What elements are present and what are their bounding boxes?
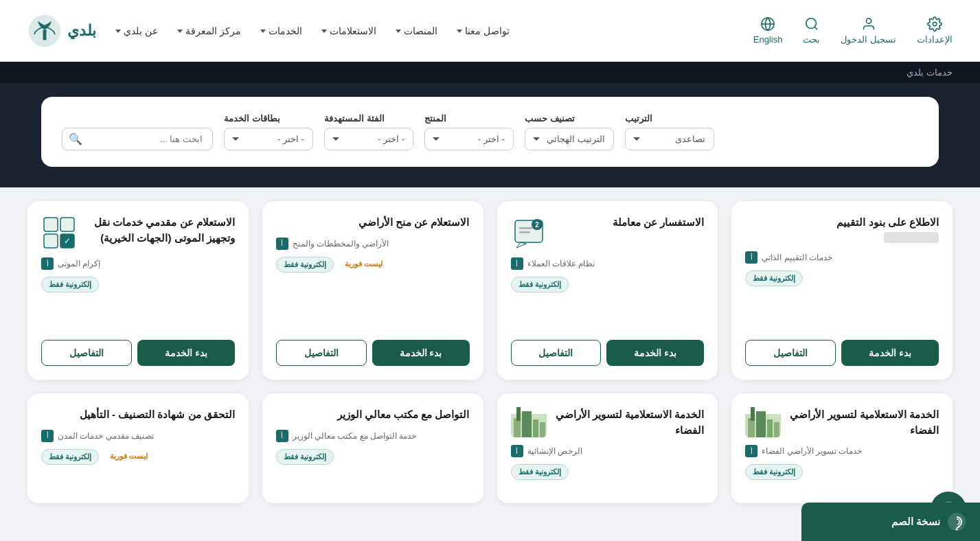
card2-header: الاستفسار عن معاملة 2 bbox=[511, 215, 705, 251]
svg-point-0 bbox=[933, 22, 937, 26]
card8-badge: إلكترونية فقط bbox=[41, 449, 99, 465]
svg-rect-22 bbox=[774, 422, 779, 437]
target-category-select[interactable]: - اختر - bbox=[324, 128, 413, 150]
card4-badges: إلكترونية فقط bbox=[41, 277, 235, 292]
about-caret bbox=[115, 30, 121, 33]
svg-rect-29 bbox=[516, 407, 521, 421]
card5-badges: إلكترونية فقط bbox=[745, 464, 939, 480]
search-inner-icon: 🔍 bbox=[69, 133, 82, 146]
card7-badge: إلكترونية فقط bbox=[276, 449, 334, 465]
target-category-group: الفئة المستهدفة - اختر - bbox=[324, 113, 413, 150]
card4-header: الاستعلام عن مقدمي خدمات نقل وتجهيز المو… bbox=[41, 215, 235, 251]
sort-by-select[interactable]: الترتيب الهجائي الأحدث bbox=[525, 128, 614, 150]
card2-badge: إلكترونية فقط bbox=[511, 277, 569, 292]
svg-line-3 bbox=[814, 27, 817, 30]
card3-category-text: الأراضي والمخططات والمنح bbox=[293, 239, 389, 249]
user-icon bbox=[861, 16, 876, 32]
svg-rect-14 bbox=[60, 218, 74, 231]
sort-by-label: تصنيف حسب bbox=[525, 113, 575, 124]
cards-row1: الاطلاع على بنود التقييم خدمات التقييم ا… bbox=[27, 201, 953, 380]
service-card-5: الخدمة الاستعلامية لتسوير الأراضي الفضاء… bbox=[731, 393, 953, 503]
card2-badges: إلكترونية فقط bbox=[511, 277, 705, 292]
card3-actions: بدء الخدمة التفاصيل bbox=[276, 340, 470, 366]
filter-section: الترتيب تصاعدى تنازلي تصنيف حسب الترتيب … bbox=[0, 83, 980, 187]
product-group: المنتج - اختر - bbox=[424, 113, 514, 150]
sort-order-group: الترتيب تصاعدى تنازلي bbox=[625, 113, 714, 150]
services-link[interactable]: الخدمات bbox=[260, 25, 302, 36]
svg-rect-21 bbox=[767, 419, 773, 437]
card3-badge: إلكترونية فقط bbox=[276, 257, 334, 273]
card4-details-button[interactable]: التفاصيل bbox=[41, 340, 132, 366]
card2-details-button[interactable]: التفاصيل bbox=[511, 340, 602, 366]
service-card-1: الاطلاع على بنود التقييم خدمات التقييم ا… bbox=[731, 201, 953, 380]
svg-rect-13 bbox=[44, 218, 58, 231]
product-select[interactable]: - اختر - bbox=[424, 128, 514, 150]
card7-header: التواصل مع مكتب معالي الوزير bbox=[276, 407, 470, 423]
service-card-6: الخدمة الاستعلامية لتسوير الأراضي الفضاء… bbox=[497, 393, 718, 503]
card1-start-button[interactable]: بدء الخدمة bbox=[841, 340, 939, 366]
service-tags-label: بطاقات الخدمة bbox=[224, 113, 280, 124]
navbar: الإعدادات تسجيل الدخول بحث Engli bbox=[0, 0, 980, 62]
card1-category: خدمات التقييم الذاتي أ bbox=[745, 251, 939, 264]
svg-rect-7 bbox=[43, 30, 47, 40]
search-nav-item[interactable]: بحث bbox=[803, 16, 820, 45]
card6-icon bbox=[511, 407, 547, 437]
card3-start-button[interactable]: بدء الخدمة bbox=[372, 340, 470, 366]
gear-icon bbox=[927, 16, 942, 32]
card3-badges: ليست فورية إلكترونية فقط bbox=[276, 257, 470, 273]
search-input[interactable] bbox=[62, 128, 213, 150]
search-wrapper: 🔍 bbox=[62, 128, 213, 150]
card2-start-button[interactable]: بدء الخدمة bbox=[606, 340, 704, 366]
svg-rect-12 bbox=[519, 231, 530, 233]
deaf-icon bbox=[947, 512, 966, 531]
login-nav-item[interactable]: تسجيل الدخول bbox=[841, 16, 896, 45]
english-nav-item[interactable]: English bbox=[753, 16, 783, 45]
card3-badge-urgent: ليست فورية bbox=[338, 257, 389, 273]
svg-point-1 bbox=[866, 19, 871, 23]
card5-icon bbox=[745, 407, 781, 437]
service-tags-group: بطاقات الخدمة - اختر - bbox=[224, 113, 313, 150]
buildings-icon-5 bbox=[745, 407, 781, 437]
card8-category-icon: أ bbox=[41, 430, 54, 442]
card5-badge: إلكترونية فقط bbox=[745, 464, 803, 480]
contact-link[interactable]: تواصل معنا bbox=[457, 25, 510, 36]
card2-icon: 2 bbox=[511, 215, 547, 251]
card1-category-text: خدمات التقييم الذاتي bbox=[762, 253, 832, 262]
navbar-left: تواصل معنا المنصات الاستعلامات الخدمات م… bbox=[27, 14, 510, 48]
svg-rect-19 bbox=[748, 418, 755, 437]
product-label: المنتج bbox=[424, 113, 446, 124]
sort-order-select[interactable]: تصاعدى تنازلي bbox=[625, 128, 714, 150]
card1-details-button[interactable]: التفاصيل bbox=[745, 340, 836, 366]
services-label: الخدمات bbox=[269, 25, 302, 36]
deaf-bar[interactable]: نسخة الصم bbox=[801, 503, 980, 541]
platforms-label: المنصات bbox=[404, 25, 437, 36]
settings-label: الإعدادات bbox=[917, 34, 953, 45]
service-card-7: التواصل مع مكتب معالي الوزير خدمة التواص… bbox=[262, 393, 483, 503]
card6-category-text: الرخص الإنشائية bbox=[527, 446, 582, 456]
about-link[interactable]: عن بلدي bbox=[115, 25, 158, 36]
login-label: تسجيل الدخول bbox=[841, 34, 896, 45]
card8-title: التحقق من شهادة التصنيف - التأهيل bbox=[41, 407, 235, 423]
card4-start-button[interactable]: بدء الخدمة bbox=[137, 340, 235, 366]
settings-nav-item[interactable]: الإعدادات bbox=[917, 16, 953, 45]
service-card-8: التحقق من شهادة التصنيف - التأهيل تصنيف … bbox=[27, 393, 249, 503]
card3-details-button[interactable]: التفاصيل bbox=[276, 340, 367, 366]
service-card-4: الاستعلام عن مقدمي خدمات نقل وتجهيز المو… bbox=[27, 201, 249, 380]
svg-rect-25 bbox=[514, 418, 521, 437]
knowledge-link[interactable]: مركز المعرفة bbox=[177, 25, 241, 36]
logo[interactable]: بلدي bbox=[27, 14, 96, 48]
service-tags-select[interactable]: - اختر - bbox=[224, 128, 313, 150]
platforms-caret bbox=[396, 30, 401, 33]
card6-category: الرخص الإنشائية أ bbox=[511, 445, 705, 457]
filter-card: الترتيب تصاعدى تنازلي تصنيف حسب الترتيب … bbox=[41, 97, 939, 167]
card5-category: خدمات تسوير الأراضي الفضاء أ bbox=[745, 445, 939, 457]
platforms-link[interactable]: المنصات bbox=[396, 25, 437, 36]
card1-category-icon: أ bbox=[745, 251, 757, 264]
card1-actions: بدء الخدمة التفاصيل bbox=[745, 340, 939, 366]
svg-point-2 bbox=[806, 19, 817, 29]
inquiries-link[interactable]: الاستعلامات bbox=[321, 25, 376, 36]
navbar-right: الإعدادات تسجيل الدخول بحث Engli bbox=[753, 16, 953, 45]
card2-category-icon: أ bbox=[511, 257, 523, 270]
logo-text: بلدي bbox=[67, 22, 96, 40]
card4-category: إكرام الموتى أ bbox=[41, 257, 235, 270]
